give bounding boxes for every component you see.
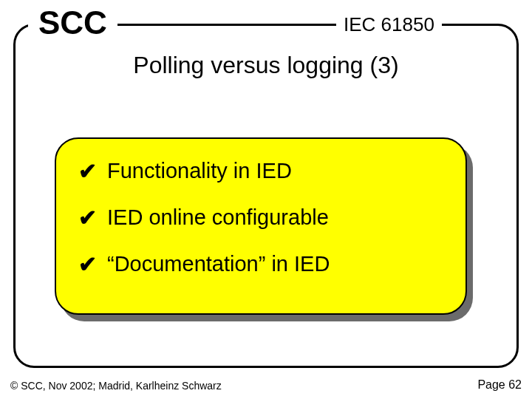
check-icon: ✔ — [78, 251, 97, 277]
bullet-text: IED online configurable — [107, 205, 329, 230]
list-item: ✔ Functionality in IED — [78, 158, 451, 184]
slide-title: Polling versus logging (3) — [0, 52, 532, 79]
callout-box: ✔ Functionality in IED ✔ IED online conf… — [55, 137, 467, 315]
footer-page: Page 62 — [477, 378, 522, 392]
footer-copyright: © SCC, Nov 2002; Madrid, Karlheinz Schwa… — [10, 380, 222, 392]
spec-text: IEC 61850 — [336, 13, 442, 36]
list-item: ✔ IED online configurable — [78, 205, 451, 231]
list-item: ✔ “Documentation” in IED — [78, 251, 451, 277]
check-icon: ✔ — [78, 158, 97, 184]
check-icon: ✔ — [78, 205, 97, 231]
bullet-text: Functionality in IED — [107, 159, 292, 183]
logo-text: SCC — [28, 4, 117, 41]
bullet-text: “Documentation” in IED — [107, 252, 330, 276]
